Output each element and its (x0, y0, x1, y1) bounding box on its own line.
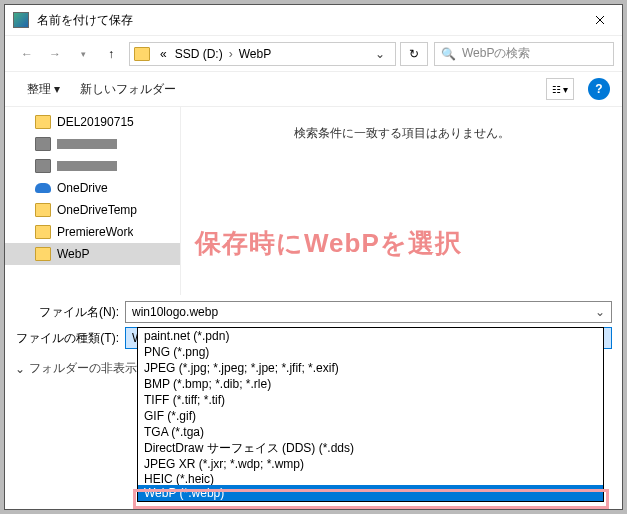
close-button[interactable] (577, 5, 622, 35)
search-placeholder: WebPの検索 (462, 45, 530, 62)
window-title: 名前を付けて保存 (37, 12, 577, 29)
refresh-button[interactable]: ↻ (400, 42, 428, 66)
folder-icon (35, 203, 51, 217)
tree-node[interactable] (5, 133, 180, 155)
folder-icon (35, 247, 51, 261)
tree-node[interactable]: OneDriveTemp (5, 199, 180, 221)
address-bar[interactable]: « SSD (D:) › WebP ⌄ (129, 42, 396, 66)
filetype-option[interactable]: PNG (*.png) (138, 344, 603, 360)
hide-folders-toggle[interactable]: ⌄ フォルダーの非表示 (15, 360, 137, 377)
view-mode-button[interactable]: ☷ ▾ (546, 78, 574, 100)
search-input[interactable]: 🔍 WebPの検索 (434, 42, 614, 66)
folder-icon (35, 115, 51, 129)
filetype-dropdown[interactable]: paint.net (*.pdn)PNG (*.png)JPEG (*.jpg;… (137, 327, 604, 502)
filetype-label: ファイルの種類(T): (15, 330, 125, 347)
file-list[interactable]: 検索条件に一致する項目はありません。 (180, 107, 622, 295)
redact-icon (35, 159, 51, 173)
filetype-option[interactable]: WebP (*.webp) (138, 485, 603, 501)
tree-label (57, 139, 117, 149)
filetype-option[interactable]: JPEG (*.jpg; *.jpeg; *.jpe; *.jfif; *.ex… (138, 360, 603, 376)
filetype-option[interactable]: GIF (*.gif) (138, 408, 603, 424)
tree-label: WebP (57, 247, 89, 261)
annotation-overlay: 保存時にWebPを選択 (195, 226, 462, 261)
address-dropdown-icon[interactable]: ⌄ (369, 47, 391, 61)
breadcrumb-sep: › (227, 47, 235, 61)
filetype-option[interactable]: HEIC (*.heic) (138, 472, 603, 485)
toolbar: 整理 ▾ 新しいフォルダー ☷ ▾ ? (5, 71, 622, 107)
filetype-option[interactable]: DirectDraw サーフェイス (DDS) (*.dds) (138, 440, 603, 456)
filename-label: ファイル名(N): (15, 304, 125, 321)
up-button[interactable]: ↑ (99, 42, 123, 66)
body: DEL20190715OneDriveOneDriveTempPremiereW… (5, 107, 622, 295)
filetype-option[interactable]: JPEG XR (*.jxr; *.wdp; *.wmp) (138, 456, 603, 472)
navbar: ← → ▾ ↑ « SSD (D:) › WebP ⌄ ↻ 🔍 WebPの検索 (5, 35, 622, 71)
chevron-down-icon[interactable]: ⌄ (595, 305, 605, 319)
breadcrumb-folder[interactable]: WebP (235, 47, 275, 61)
search-icon: 🔍 (441, 47, 456, 61)
tree-node[interactable]: OneDrive (5, 177, 180, 199)
chevron-down-icon: ⌄ (15, 362, 25, 376)
tree-label: DEL20190715 (57, 115, 134, 129)
tree-node[interactable]: WebP (5, 243, 180, 265)
folder-icon (134, 47, 150, 61)
filetype-option[interactable]: BMP (*.bmp; *.dib; *.rle) (138, 376, 603, 392)
help-button[interactable]: ? (588, 78, 610, 100)
filetype-option[interactable]: paint.net (*.pdn) (138, 328, 603, 344)
tree-node[interactable]: PremiereWork (5, 221, 180, 243)
empty-message: 検索条件に一致する項目はありません。 (181, 125, 622, 142)
folder-icon (35, 225, 51, 239)
folder-tree[interactable]: DEL20190715OneDriveOneDriveTempPremiereW… (5, 107, 180, 295)
tree-label: OneDrive (57, 181, 108, 195)
tree-node[interactable]: DEL20190715 (5, 111, 180, 133)
filetype-option[interactable]: TIFF (*.tiff; *.tif) (138, 392, 603, 408)
onedrive-icon (35, 181, 51, 195)
tree-label: PremiereWork (57, 225, 133, 239)
titlebar: 名前を付けて保存 (5, 5, 622, 35)
tree-node[interactable] (5, 155, 180, 177)
filetype-option[interactable]: TGA (*.tga) (138, 424, 603, 440)
redact-icon (35, 137, 51, 151)
filename-input[interactable]: win10logo.webp ⌄ (125, 301, 612, 323)
app-icon (13, 12, 29, 28)
new-folder-button[interactable]: 新しいフォルダー (70, 77, 186, 102)
forward-button[interactable]: → (43, 42, 67, 66)
breadcrumb-drive[interactable]: SSD (D:) (171, 47, 227, 61)
breadcrumb-prefix[interactable]: « (156, 47, 171, 61)
tree-label: OneDriveTemp (57, 203, 137, 217)
close-icon (595, 15, 605, 25)
back-button[interactable]: ← (15, 42, 39, 66)
recent-dropdown[interactable]: ▾ (71, 42, 95, 66)
tree-label (57, 161, 117, 171)
organize-menu[interactable]: 整理 ▾ (17, 77, 70, 102)
